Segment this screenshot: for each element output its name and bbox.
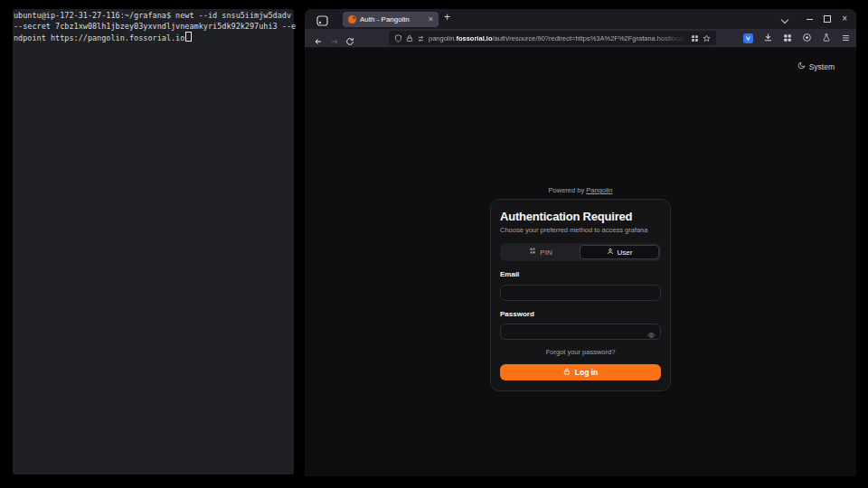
terminal-cursor bbox=[185, 32, 192, 42]
password-field[interactable] bbox=[500, 324, 661, 340]
downloads-icon[interactable] bbox=[763, 30, 773, 46]
url-host-main: fossorial.io bbox=[456, 34, 492, 42]
login-button-label: Log in bbox=[575, 368, 599, 377]
list-all-tabs-icon[interactable] bbox=[781, 16, 788, 23]
password-label: Password bbox=[500, 310, 661, 318]
tab-close-icon[interactable]: × bbox=[429, 15, 433, 23]
tab-strip: Auth - Pangolin × + × bbox=[305, 9, 856, 29]
terminal-line: ndpoint https://pangolin.fossorial.io bbox=[14, 32, 293, 44]
labs-flask-icon[interactable] bbox=[822, 30, 831, 46]
email-label: Email bbox=[500, 270, 661, 278]
tab-user[interactable]: User bbox=[580, 245, 659, 259]
tab-pin-label: PIN bbox=[540, 249, 552, 257]
lock-icon bbox=[563, 368, 571, 377]
theme-toggle[interactable]: System bbox=[797, 61, 835, 71]
window-controls: × bbox=[807, 9, 847, 29]
tab-pin[interactable]: PIN bbox=[502, 245, 580, 259]
browser-toolbar: pangolin.fossorial.io/auth/resource/90?r… bbox=[305, 29, 856, 48]
pangolin-favicon-icon bbox=[348, 15, 356, 23]
keypad-icon bbox=[529, 248, 536, 257]
browser-tab-auth-pangolin[interactable]: Auth - Pangolin × bbox=[343, 12, 439, 27]
terminal-line-text: ndpoint https://pangolin.fossorial.io bbox=[14, 33, 184, 42]
pangolin-link[interactable]: Pangolin bbox=[586, 186, 612, 194]
hamburger-menu-icon[interactable] bbox=[841, 30, 851, 46]
powered-by: Powered by Pangolin bbox=[305, 186, 856, 194]
auth-page: System Powered by Pangolin Authenticatio… bbox=[305, 48, 856, 476]
browser-window: Auth - Pangolin × + × bbox=[305, 9, 856, 476]
url-bar[interactable]: pangolin.fossorial.io/auth/resource/90?r… bbox=[389, 31, 716, 45]
maximize-icon[interactable] bbox=[824, 15, 831, 23]
card-subtitle: Choose your preferred method to access g… bbox=[500, 226, 661, 234]
terminal-line: ubuntu@ip-172-31-27-116:~/grafana$ newt … bbox=[14, 11, 293, 22]
terminal-line: --secret 7cbz1xw08lh1jbzey03yxvndljvneam… bbox=[14, 22, 293, 33]
permissions-swap-icon[interactable] bbox=[417, 30, 425, 46]
bookmark-star-icon[interactable] bbox=[703, 30, 711, 46]
firefox-view-icon[interactable] bbox=[316, 14, 328, 30]
connection-lock-icon[interactable] bbox=[406, 30, 413, 46]
new-tab-button[interactable]: + bbox=[444, 11, 450, 23]
user-icon bbox=[607, 248, 614, 257]
tracking-protection-shield-icon[interactable] bbox=[394, 30, 402, 46]
window-close-icon[interactable]: × bbox=[842, 14, 847, 23]
theme-label: System bbox=[809, 62, 835, 71]
tab-user-label: User bbox=[618, 249, 633, 257]
url-host-prefix: pangolin. bbox=[429, 34, 456, 42]
password-manager-extension-icon[interactable] bbox=[743, 33, 753, 43]
login-button[interactable]: Log in bbox=[500, 364, 661, 380]
desktop: ubuntu@ip-172-31-27-116:~/grafana$ newt … bbox=[0, 0, 868, 488]
toolbar-extensions-area bbox=[743, 29, 851, 47]
ublock-circle-icon[interactable] bbox=[802, 30, 812, 46]
moon-icon bbox=[797, 61, 806, 71]
card-title: Authentication Required bbox=[500, 210, 661, 223]
tab-title: Auth - Pangolin bbox=[360, 15, 425, 23]
powered-by-text: Powered by bbox=[549, 186, 585, 194]
email-field[interactable] bbox=[500, 285, 661, 301]
terminal-window[interactable]: ubuntu@ip-172-31-27-116:~/grafana$ newt … bbox=[13, 9, 294, 474]
minimize-icon[interactable] bbox=[807, 19, 813, 20]
url-text: pangolin.fossorial.io/auth/resource/90?r… bbox=[429, 34, 687, 42]
auth-card: Authentication Required Choose your pref… bbox=[490, 199, 671, 391]
forgot-password-link[interactable]: Forgot your password? bbox=[500, 348, 661, 356]
containers-grid-icon[interactable] bbox=[691, 30, 699, 46]
extensions-icon[interactable] bbox=[783, 30, 792, 46]
url-path: /auth/resource/90?redirect=https%3A%2F%2… bbox=[492, 34, 687, 42]
show-password-eye-icon[interactable] bbox=[647, 326, 656, 343]
auth-method-tabs: PIN User bbox=[500, 243, 661, 261]
